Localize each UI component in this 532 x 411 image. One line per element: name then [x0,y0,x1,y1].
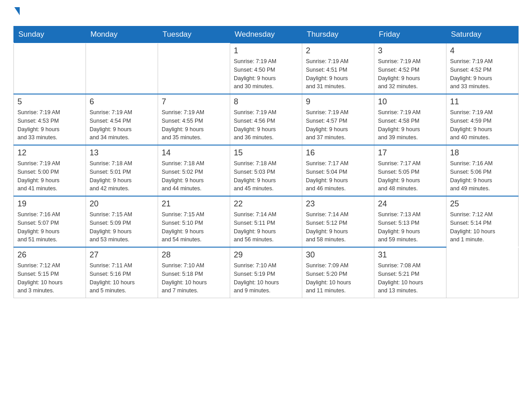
day-number: 11 [450,97,515,107]
day-number: 16 [306,148,370,158]
day-number: 31 [378,250,442,260]
day-number: 30 [306,250,370,260]
calendar-cell: 29Sunrise: 7:10 AMSunset: 5:19 PMDayligh… [230,247,302,298]
day-number: 18 [450,148,515,158]
day-info: Sunrise: 7:10 AMSunset: 5:18 PMDaylight:… [162,261,226,295]
day-info: Sunrise: 7:15 AMSunset: 5:10 PMDaylight:… [162,210,226,244]
day-number: 8 [234,97,298,107]
calendar-week-row: 1Sunrise: 7:19 AMSunset: 4:50 PMDaylight… [14,43,519,94]
day-of-week-header: Tuesday [158,26,230,43]
day-info: Sunrise: 7:16 AMSunset: 5:06 PMDaylight:… [450,159,515,193]
day-info: Sunrise: 7:19 AMSunset: 4:56 PMDaylight:… [234,108,298,142]
day-of-week-header: Friday [374,26,446,43]
calendar-week-row: 26Sunrise: 7:12 AMSunset: 5:15 PMDayligh… [14,247,519,298]
calendar-cell: 12Sunrise: 7:19 AMSunset: 5:00 PMDayligh… [14,145,86,196]
calendar-cell: 27Sunrise: 7:11 AMSunset: 5:16 PMDayligh… [86,247,158,298]
day-number: 29 [234,250,298,260]
day-info: Sunrise: 7:19 AMSunset: 4:52 PMDaylight:… [378,57,442,91]
calendar-cell: 9Sunrise: 7:19 AMSunset: 4:57 PMDaylight… [302,94,374,145]
calendar-cell: 24Sunrise: 7:13 AMSunset: 5:13 PMDayligh… [374,196,446,247]
calendar-week-row: 12Sunrise: 7:19 AMSunset: 5:00 PMDayligh… [14,145,519,196]
day-of-week-header: Thursday [302,26,374,43]
day-number: 15 [234,148,298,158]
day-info: Sunrise: 7:17 AMSunset: 5:05 PMDaylight:… [378,159,442,193]
day-info: Sunrise: 7:19 AMSunset: 4:51 PMDaylight:… [306,57,370,91]
day-info: Sunrise: 7:19 AMSunset: 4:50 PMDaylight:… [234,57,298,91]
calendar-cell: 2Sunrise: 7:19 AMSunset: 4:51 PMDaylight… [302,43,374,94]
day-of-week-header: Sunday [14,26,86,43]
calendar-cell: 6Sunrise: 7:19 AMSunset: 4:54 PMDaylight… [86,94,158,145]
day-number: 24 [378,199,442,209]
logo [13,9,20,17]
calendar-cell [14,43,86,94]
day-info: Sunrise: 7:14 AMSunset: 5:12 PMDaylight:… [306,210,370,244]
calendar-cell: 15Sunrise: 7:18 AMSunset: 5:03 PMDayligh… [230,145,302,196]
day-number: 6 [90,97,154,107]
day-number: 19 [17,199,82,209]
day-number: 4 [450,46,515,56]
day-of-week-header: Monday [86,26,158,43]
day-number: 26 [17,250,82,260]
calendar-cell: 7Sunrise: 7:19 AMSunset: 4:55 PMDaylight… [158,94,230,145]
day-number: 22 [234,199,298,209]
day-info: Sunrise: 7:18 AMSunset: 5:03 PMDaylight:… [234,159,298,193]
calendar-cell: 30Sunrise: 7:09 AMSunset: 5:20 PMDayligh… [302,247,374,298]
day-number: 27 [90,250,154,260]
day-number: 13 [90,148,154,158]
calendar-cell: 31Sunrise: 7:08 AMSunset: 5:21 PMDayligh… [374,247,446,298]
day-info: Sunrise: 7:18 AMSunset: 5:02 PMDaylight:… [162,159,226,193]
calendar-table: SundayMondayTuesdayWednesdayThursdayFrid… [13,26,519,298]
day-info: Sunrise: 7:19 AMSunset: 4:55 PMDaylight:… [162,108,226,142]
day-info: Sunrise: 7:19 AMSunset: 5:00 PMDaylight:… [17,159,82,193]
day-number: 21 [162,199,226,209]
day-info: Sunrise: 7:19 AMSunset: 4:58 PMDaylight:… [378,108,442,142]
day-number: 17 [378,148,442,158]
day-number: 12 [17,148,82,158]
calendar-cell: 4Sunrise: 7:19 AMSunset: 4:52 PMDaylight… [446,43,519,94]
calendar-cell [86,43,158,94]
day-info: Sunrise: 7:08 AMSunset: 5:21 PMDaylight:… [378,261,442,295]
day-number: 14 [162,148,226,158]
calendar-cell: 16Sunrise: 7:17 AMSunset: 5:04 PMDayligh… [302,145,374,196]
calendar-cell: 13Sunrise: 7:18 AMSunset: 5:01 PMDayligh… [86,145,158,196]
calendar-week-row: 5Sunrise: 7:19 AMSunset: 4:53 PMDaylight… [14,94,519,145]
calendar-cell: 8Sunrise: 7:19 AMSunset: 4:56 PMDaylight… [230,94,302,145]
calendar-cell: 21Sunrise: 7:15 AMSunset: 5:10 PMDayligh… [158,196,230,247]
day-number: 28 [162,250,226,260]
calendar-cell: 3Sunrise: 7:19 AMSunset: 4:52 PMDaylight… [374,43,446,94]
calendar-cell: 20Sunrise: 7:15 AMSunset: 5:09 PMDayligh… [86,196,158,247]
day-info: Sunrise: 7:16 AMSunset: 5:07 PMDaylight:… [17,210,82,244]
calendar-cell: 22Sunrise: 7:14 AMSunset: 5:11 PMDayligh… [230,196,302,247]
day-info: Sunrise: 7:13 AMSunset: 5:13 PMDaylight:… [378,210,442,244]
day-number: 25 [450,199,515,209]
day-of-week-header: Wednesday [230,26,302,43]
day-number: 20 [90,199,154,209]
day-info: Sunrise: 7:18 AMSunset: 5:01 PMDaylight:… [90,159,154,193]
calendar-cell: 10Sunrise: 7:19 AMSunset: 4:58 PMDayligh… [374,94,446,145]
days-of-week-row: SundayMondayTuesdayWednesdayThursdayFrid… [14,26,519,43]
calendar-cell: 11Sunrise: 7:19 AMSunset: 4:59 PMDayligh… [446,94,519,145]
page-header [13,9,519,17]
day-info: Sunrise: 7:19 AMSunset: 4:52 PMDaylight:… [450,57,515,91]
calendar-body: 1Sunrise: 7:19 AMSunset: 4:50 PMDaylight… [14,43,519,298]
calendar-cell [446,247,519,298]
calendar-cell: 1Sunrise: 7:19 AMSunset: 4:50 PMDaylight… [230,43,302,94]
day-info: Sunrise: 7:12 AMSunset: 5:14 PMDaylight:… [450,210,515,244]
calendar-cell: 19Sunrise: 7:16 AMSunset: 5:07 PMDayligh… [14,196,86,247]
day-number: 2 [306,46,370,56]
calendar-header: SundayMondayTuesdayWednesdayThursdayFrid… [14,26,519,43]
calendar-cell [158,43,230,94]
day-info: Sunrise: 7:12 AMSunset: 5:15 PMDaylight:… [17,261,82,295]
calendar-cell: 14Sunrise: 7:18 AMSunset: 5:02 PMDayligh… [158,145,230,196]
day-info: Sunrise: 7:09 AMSunset: 5:20 PMDaylight:… [306,261,370,295]
day-number: 10 [378,97,442,107]
calendar-cell: 18Sunrise: 7:16 AMSunset: 5:06 PMDayligh… [446,145,519,196]
day-number: 7 [162,97,226,107]
day-info: Sunrise: 7:19 AMSunset: 4:53 PMDaylight:… [17,108,82,142]
day-info: Sunrise: 7:14 AMSunset: 5:11 PMDaylight:… [234,210,298,244]
day-info: Sunrise: 7:19 AMSunset: 4:57 PMDaylight:… [306,108,370,142]
day-info: Sunrise: 7:19 AMSunset: 4:54 PMDaylight:… [90,108,154,142]
calendar-week-row: 19Sunrise: 7:16 AMSunset: 5:07 PMDayligh… [14,196,519,247]
day-number: 9 [306,97,370,107]
day-info: Sunrise: 7:19 AMSunset: 4:59 PMDaylight:… [450,108,515,142]
